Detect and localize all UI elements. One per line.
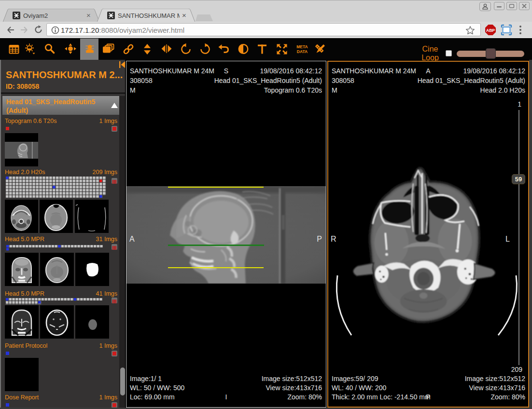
svg-text:ABP: ABP — [486, 28, 495, 33]
